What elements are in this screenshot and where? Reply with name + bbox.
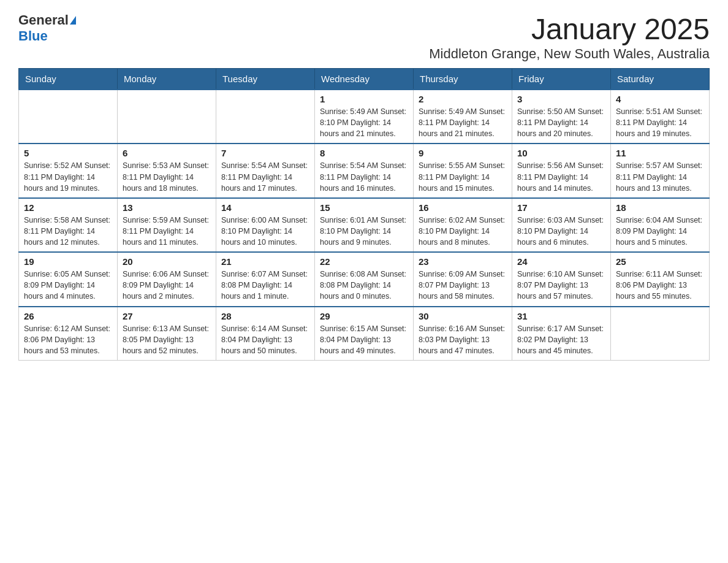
day-number: 10 <box>517 148 605 158</box>
cell-week4-day3: 22Sunrise: 6:08 AM Sunset: 8:08 PM Dayli… <box>315 252 414 306</box>
page-header: General Blue January 2025 Middleton Gran… <box>18 12 710 62</box>
day-number: 24 <box>517 256 605 267</box>
logo-blue: Blue <box>18 28 48 44</box>
day-number: 1 <box>320 94 408 104</box>
day-info: Sunrise: 6:16 AM Sunset: 8:03 PM Dayligh… <box>419 323 507 356</box>
cell-week4-day0: 19Sunrise: 6:05 AM Sunset: 8:09 PM Dayli… <box>19 252 118 306</box>
header-tuesday: Tuesday <box>216 69 315 90</box>
calendar-header: Sunday Monday Tuesday Wednesday Thursday… <box>19 69 710 90</box>
day-info: Sunrise: 6:08 AM Sunset: 8:08 PM Dayligh… <box>320 269 408 302</box>
cell-week1-day6: 4Sunrise: 5:51 AM Sunset: 8:11 PM Daylig… <box>611 90 710 144</box>
cell-week2-day1: 6Sunrise: 5:53 AM Sunset: 8:11 PM Daylig… <box>118 144 216 197</box>
cell-week5-day6 <box>611 307 710 361</box>
header-thursday: Thursday <box>414 69 512 90</box>
week-row-5: 26Sunrise: 6:12 AM Sunset: 8:06 PM Dayli… <box>19 307 710 361</box>
day-info: Sunrise: 5:59 AM Sunset: 8:11 PM Dayligh… <box>123 215 211 248</box>
day-number: 4 <box>616 94 704 104</box>
cell-week4-day4: 23Sunrise: 6:09 AM Sunset: 8:07 PM Dayli… <box>414 252 512 306</box>
cell-week1-day3: 1Sunrise: 5:49 AM Sunset: 8:10 PM Daylig… <box>315 90 414 144</box>
header-row: Sunday Monday Tuesday Wednesday Thursday… <box>19 69 710 90</box>
cell-week4-day1: 20Sunrise: 6:06 AM Sunset: 8:09 PM Dayli… <box>118 252 216 306</box>
calendar-body: 1Sunrise: 5:49 AM Sunset: 8:10 PM Daylig… <box>19 90 710 360</box>
day-info: Sunrise: 5:51 AM Sunset: 8:11 PM Dayligh… <box>616 106 704 139</box>
week-row-3: 12Sunrise: 5:58 AM Sunset: 8:11 PM Dayli… <box>19 198 710 252</box>
cell-week1-day0 <box>19 90 118 144</box>
day-number: 17 <box>517 202 605 213</box>
cell-week4-day5: 24Sunrise: 6:10 AM Sunset: 8:07 PM Dayli… <box>512 252 611 306</box>
day-info: Sunrise: 6:03 AM Sunset: 8:10 PM Dayligh… <box>517 215 605 248</box>
day-info: Sunrise: 6:07 AM Sunset: 8:08 PM Dayligh… <box>221 269 309 302</box>
day-number: 11 <box>616 148 704 158</box>
cell-week3-day1: 13Sunrise: 5:59 AM Sunset: 8:11 PM Dayli… <box>118 198 216 252</box>
cell-week3-day0: 12Sunrise: 5:58 AM Sunset: 8:11 PM Dayli… <box>19 198 118 252</box>
cell-week1-day4: 2Sunrise: 5:49 AM Sunset: 8:11 PM Daylig… <box>414 90 512 144</box>
day-number: 3 <box>517 94 605 104</box>
day-number: 8 <box>320 148 408 158</box>
day-info: Sunrise: 6:04 AM Sunset: 8:09 PM Dayligh… <box>616 215 704 248</box>
day-number: 19 <box>24 256 112 267</box>
cell-week3-day3: 15Sunrise: 6:01 AM Sunset: 8:10 PM Dayli… <box>315 198 414 252</box>
day-number: 25 <box>616 256 704 267</box>
day-number: 15 <box>320 202 408 213</box>
day-info: Sunrise: 6:10 AM Sunset: 8:07 PM Dayligh… <box>517 269 605 302</box>
day-info: Sunrise: 6:02 AM Sunset: 8:10 PM Dayligh… <box>419 215 507 248</box>
day-number: 31 <box>517 311 605 321</box>
day-info: Sunrise: 6:13 AM Sunset: 8:05 PM Dayligh… <box>123 323 211 356</box>
cell-week2-day0: 5Sunrise: 5:52 AM Sunset: 8:11 PM Daylig… <box>19 144 118 197</box>
cell-week2-day2: 7Sunrise: 5:54 AM Sunset: 8:11 PM Daylig… <box>216 144 315 197</box>
day-info: Sunrise: 6:15 AM Sunset: 8:04 PM Dayligh… <box>320 323 408 356</box>
cell-week3-day2: 14Sunrise: 6:00 AM Sunset: 8:10 PM Dayli… <box>216 198 315 252</box>
day-info: Sunrise: 6:12 AM Sunset: 8:06 PM Dayligh… <box>24 323 112 356</box>
logo: General Blue <box>18 12 76 44</box>
day-info: Sunrise: 5:49 AM Sunset: 8:11 PM Dayligh… <box>419 106 507 139</box>
day-info: Sunrise: 5:49 AM Sunset: 8:10 PM Dayligh… <box>320 106 408 139</box>
day-number: 7 <box>221 148 309 158</box>
day-number: 20 <box>123 256 211 267</box>
day-number: 18 <box>616 202 704 213</box>
day-info: Sunrise: 5:56 AM Sunset: 8:11 PM Dayligh… <box>517 160 605 193</box>
day-info: Sunrise: 6:14 AM Sunset: 8:04 PM Dayligh… <box>221 323 309 356</box>
week-row-4: 19Sunrise: 6:05 AM Sunset: 8:09 PM Dayli… <box>19 252 710 306</box>
cell-week3-day6: 18Sunrise: 6:04 AM Sunset: 8:09 PM Dayli… <box>611 198 710 252</box>
header-friday: Friday <box>512 69 611 90</box>
day-info: Sunrise: 6:01 AM Sunset: 8:10 PM Dayligh… <box>320 215 408 248</box>
cell-week5-day0: 26Sunrise: 6:12 AM Sunset: 8:06 PM Dayli… <box>19 307 118 361</box>
day-number: 30 <box>419 311 507 321</box>
cell-week5-day3: 29Sunrise: 6:15 AM Sunset: 8:04 PM Dayli… <box>315 307 414 361</box>
header-sunday: Sunday <box>19 69 118 90</box>
day-number: 27 <box>123 311 211 321</box>
day-number: 6 <box>123 148 211 158</box>
day-number: 16 <box>419 202 507 213</box>
header-wednesday: Wednesday <box>315 69 414 90</box>
week-row-1: 1Sunrise: 5:49 AM Sunset: 8:10 PM Daylig… <box>19 90 710 144</box>
cell-week1-day5: 3Sunrise: 5:50 AM Sunset: 8:11 PM Daylig… <box>512 90 611 144</box>
day-number: 29 <box>320 311 408 321</box>
title-block: January 2025 Middleton Grange, New South… <box>429 12 710 62</box>
day-number: 22 <box>320 256 408 267</box>
cell-week3-day4: 16Sunrise: 6:02 AM Sunset: 8:10 PM Dayli… <box>414 198 512 252</box>
day-info: Sunrise: 6:09 AM Sunset: 8:07 PM Dayligh… <box>419 269 507 302</box>
logo-general: General <box>18 12 69 28</box>
day-number: 21 <box>221 256 309 267</box>
logo-triangle-icon <box>70 16 76 25</box>
day-info: Sunrise: 5:58 AM Sunset: 8:11 PM Dayligh… <box>24 215 112 248</box>
cell-week2-day6: 11Sunrise: 5:57 AM Sunset: 8:11 PM Dayli… <box>611 144 710 197</box>
day-info: Sunrise: 6:05 AM Sunset: 8:09 PM Dayligh… <box>24 269 112 302</box>
header-monday: Monday <box>118 69 216 90</box>
cell-week1-day1 <box>118 90 216 144</box>
cell-week3-day5: 17Sunrise: 6:03 AM Sunset: 8:10 PM Dayli… <box>512 198 611 252</box>
day-info: Sunrise: 6:06 AM Sunset: 8:09 PM Dayligh… <box>123 269 211 302</box>
cell-week2-day5: 10Sunrise: 5:56 AM Sunset: 8:11 PM Dayli… <box>512 144 611 197</box>
main-title: January 2025 <box>429 12 710 46</box>
cell-week5-day2: 28Sunrise: 6:14 AM Sunset: 8:04 PM Dayli… <box>216 307 315 361</box>
day-info: Sunrise: 5:54 AM Sunset: 8:11 PM Dayligh… <box>221 160 309 193</box>
cell-week4-day6: 25Sunrise: 6:11 AM Sunset: 8:06 PM Dayli… <box>611 252 710 306</box>
day-number: 28 <box>221 311 309 321</box>
cell-week4-day2: 21Sunrise: 6:07 AM Sunset: 8:08 PM Dayli… <box>216 252 315 306</box>
day-number: 12 <box>24 202 112 213</box>
subtitle: Middleton Grange, New South Wales, Austr… <box>429 46 710 62</box>
day-info: Sunrise: 6:17 AM Sunset: 8:02 PM Dayligh… <box>517 323 605 356</box>
cell-week5-day5: 31Sunrise: 6:17 AM Sunset: 8:02 PM Dayli… <box>512 307 611 361</box>
day-number: 14 <box>221 202 309 213</box>
header-saturday: Saturday <box>611 69 710 90</box>
